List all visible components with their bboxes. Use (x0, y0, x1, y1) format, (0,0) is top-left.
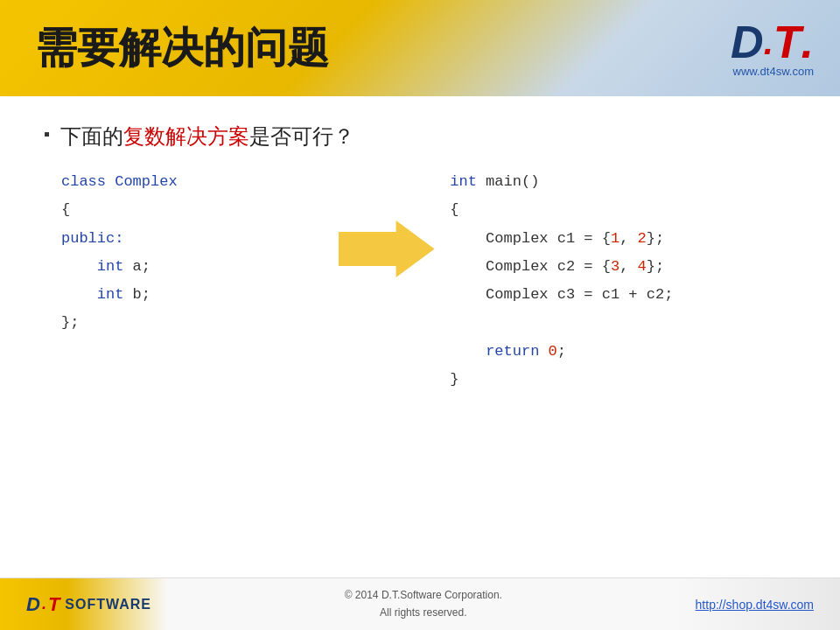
logo: D . T . (731, 19, 814, 65)
footer-logo-dot: . (42, 595, 46, 613)
arrow-icon (339, 220, 435, 277)
code-line: public: (61, 225, 332, 253)
code-line: } (450, 366, 796, 394)
content-area: ▪ 下面的复数解决方案是否可行？ class Complex { public:… (0, 96, 840, 578)
code-line: int main() (450, 168, 796, 196)
logo-url: www.dt4sw.com (733, 65, 814, 78)
logo-dot: . (764, 24, 774, 60)
bullet-text: 下面的复数解决方案是否可行？ (60, 122, 354, 150)
slide: 需要解决的问题 D . T . www.dt4sw.com ▪ 下面的复数解决方… (0, 0, 840, 630)
code-section: class Complex { public: int a; int b; };… (44, 168, 796, 394)
code-right: int main() { Complex c1 = {1, 2}; Comple… (441, 168, 796, 394)
bullet-suffix: 是否可行？ (249, 124, 354, 148)
copyright-line2: All rights reserved. (345, 605, 502, 621)
code-line: Complex c2 = {3, 4}; (450, 253, 796, 281)
code-block-left: class Complex { public: int a; int b; }; (61, 168, 332, 338)
code-line: return 0; (450, 338, 796, 366)
code-left: class Complex { public: int a; int b; }; (44, 168, 332, 338)
footer-link[interactable]: http://shop.dt4sw.com (696, 598, 814, 612)
code-block-right: int main() { Complex c1 = {1, 2}; Comple… (450, 168, 796, 394)
code-line: { (61, 196, 332, 224)
code-line: }; (61, 309, 332, 337)
bullet-item: ▪ 下面的复数解决方案是否可行？ (44, 122, 796, 150)
logo-d: D (731, 19, 764, 65)
header: 需要解决的问题 D . T . www.dt4sw.com (0, 0, 840, 96)
slide-title: 需要解决的问题 (35, 20, 329, 76)
footer-logo-t: T (48, 593, 60, 616)
copyright-line1: © 2014 D.T.Software Corporation. (345, 587, 502, 604)
arrow-area (332, 168, 441, 277)
footer-copyright: © 2014 D.T.Software Corporation. All rig… (345, 587, 502, 620)
code-line: class Complex (61, 168, 332, 196)
logo-area: D . T . www.dt4sw.com (731, 19, 814, 78)
footer: D . T SOFTWARE © 2014 D.T.Software Corpo… (0, 578, 840, 630)
code-line: Complex c1 = {1, 2}; (450, 225, 796, 253)
bullet-marker: ▪ (44, 124, 50, 144)
bullet-highlight: 复数解决方案 (123, 124, 249, 148)
footer-logo-d: D (26, 593, 40, 616)
code-line: int a; (61, 253, 332, 281)
footer-logo-software: SOFTWARE (65, 597, 151, 612)
footer-logo: D . T SOFTWARE (26, 593, 151, 616)
logo-t: T (774, 19, 802, 65)
bullet-prefix: 下面的 (60, 124, 123, 148)
code-line: { (450, 196, 796, 224)
logo-period: . (802, 19, 814, 65)
code-line (450, 309, 796, 337)
code-line: int b; (61, 281, 332, 309)
code-line: Complex c3 = c1 + c2; (450, 281, 796, 309)
